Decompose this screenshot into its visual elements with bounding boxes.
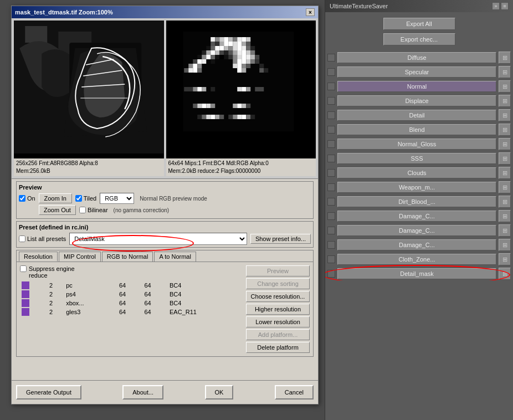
- svg-rect-34: [233, 46, 237, 50]
- svg-rect-68: [211, 59, 215, 64]
- uts-checkbox-0[interactable]: [327, 54, 335, 62]
- svg-rect-55: [215, 55, 219, 59]
- uts-icon-button-1[interactable]: ⊞: [499, 66, 511, 78]
- uts-checkbox-15[interactable]: [327, 270, 335, 278]
- uts-checkbox-6[interactable]: [327, 140, 335, 148]
- uts-icon-button-9[interactable]: ⊞: [499, 181, 511, 193]
- tab-a-to-normal[interactable]: A to Normal: [154, 252, 196, 262]
- uts-checkbox-10[interactable]: [327, 198, 335, 206]
- uts-icon-button-15[interactable]: ⊞: [499, 268, 511, 280]
- right-image-panel: [166, 21, 316, 158]
- delete-platform-button[interactable]: Delete platform: [246, 342, 310, 353]
- uts-icon-button-12[interactable]: ⊞: [499, 224, 511, 237]
- uts-checkbox-5[interactable]: [327, 126, 335, 134]
- uts-icon-button-10[interactable]: ⊞: [499, 196, 511, 208]
- close-button[interactable]: ×: [306, 8, 315, 16]
- preset-row: List all presets DetailMask Show preset …: [19, 233, 311, 245]
- uts-checkbox-7[interactable]: [327, 155, 335, 162]
- list-all-label[interactable]: List all presets: [19, 235, 66, 242]
- uts-checkbox-2[interactable]: [327, 83, 335, 90]
- bilinear-checkbox[interactable]: [79, 207, 86, 213]
- export-checked-button[interactable]: Export chec...: [383, 33, 455, 45]
- tab-rgb-to-normal[interactable]: RGB to Normal: [102, 252, 153, 262]
- uts-checkbox-13[interactable]: [327, 241, 335, 249]
- uts-item-button-1[interactable]: Specular: [337, 66, 496, 78]
- uts-icon-button-2[interactable]: ⊞: [499, 80, 511, 93]
- uts-items: Diffuse ⊞ Specular ⊞ Normal ⊞ Displace ⊞…: [325, 51, 513, 280]
- uts-icon-button-0[interactable]: ⊞: [499, 52, 511, 64]
- preset-dropdown[interactable]: DetailMask: [69, 233, 247, 245]
- about-button[interactable]: About...: [122, 385, 163, 399]
- uts-icon-button-6[interactable]: ⊞: [499, 138, 511, 150]
- zoom-out-button[interactable]: Zoom Out: [39, 205, 76, 215]
- tab-mip-control[interactable]: MIP Control: [59, 252, 101, 262]
- uts-icon-button-5[interactable]: ⊞: [499, 124, 511, 136]
- on-checkbox[interactable]: [19, 195, 25, 202]
- uts-item-button-15[interactable]: Detail_mask: [337, 268, 496, 279]
- uts-icon-button-14[interactable]: ⊞: [499, 253, 511, 265]
- svg-rect-107: [242, 104, 246, 108]
- bilinear-checkbox-label[interactable]: Bilinear: [79, 207, 108, 213]
- uts-expand-button[interactable]: »: [492, 2, 500, 10]
- choose-resolution-button[interactable]: Choose resolution...: [246, 291, 310, 302]
- uts-item-button-9[interactable]: Weapon_m...: [337, 182, 496, 193]
- uts-title: UltimateTextureSaver » ≡: [325, 0, 513, 12]
- uts-icon-button-11[interactable]: ⊞: [499, 210, 511, 222]
- uts-icon-button-4[interactable]: ⊞: [499, 109, 511, 121]
- lower-resolution-button[interactable]: Lower resolution: [246, 316, 310, 327]
- uts-checkbox-11[interactable]: [327, 212, 335, 220]
- uts-item-normal-gloss: Normal_Gloss ⊞: [327, 137, 511, 151]
- uts-item-button-11[interactable]: Damage_C...: [337, 211, 496, 222]
- uts-checkbox-14[interactable]: [327, 255, 335, 263]
- uts-item-clouds: Clouds ⊞: [327, 166, 511, 180]
- uts-icon-button-8[interactable]: ⊞: [499, 167, 511, 179]
- uts-item-button-2[interactable]: Normal: [337, 81, 496, 92]
- cancel-button[interactable]: Cancel: [275, 385, 314, 399]
- uts-icon-button-3[interactable]: ⊞: [499, 95, 511, 107]
- on-checkbox-label[interactable]: On: [19, 195, 35, 202]
- uts-item-button-10[interactable]: Dirt_Blood_...: [337, 196, 496, 207]
- uts-menu-button[interactable]: ≡: [501, 2, 509, 10]
- list-all-checkbox[interactable]: [19, 235, 25, 242]
- tiled-checkbox-label[interactable]: Tiled: [75, 195, 96, 202]
- tab-resolution[interactable]: Resolution: [19, 252, 58, 262]
- uts-item-button-6[interactable]: Normal_Gloss: [337, 139, 496, 150]
- svg-rect-89: [259, 68, 264, 73]
- uts-item-button-0[interactable]: Diffuse: [337, 52, 496, 63]
- zoom-in-button[interactable]: Zoom In: [39, 193, 72, 203]
- tiled-checkbox[interactable]: [75, 195, 82, 202]
- suppress-checkbox[interactable]: [20, 265, 27, 272]
- uts-icon-button-7[interactable]: ⊞: [499, 152, 511, 165]
- uts-item-button-8[interactable]: Clouds: [337, 167, 496, 178]
- platform-mip-1: 2: [48, 290, 64, 299]
- uts-checkbox-12[interactable]: [327, 227, 335, 234]
- uts-item-button-3[interactable]: Displace: [337, 95, 496, 106]
- uts-item-button-13[interactable]: Damage_C...: [337, 239, 496, 250]
- uts-item-button-12[interactable]: Damage_C...: [337, 225, 496, 236]
- rgb-select[interactable]: RGB RGBA Alpha R G B: [100, 193, 134, 204]
- export-all-button[interactable]: Export All: [383, 18, 455, 30]
- uts-checkbox-1[interactable]: [327, 68, 335, 76]
- uts-checkbox-3[interactable]: [327, 97, 335, 105]
- uts-checkbox-9[interactable]: [327, 183, 335, 191]
- svg-rect-48: [242, 50, 246, 55]
- uts-item-normal: Normal ⊞: [327, 80, 511, 93]
- change-sorting-button[interactable]: Change sorting: [246, 278, 310, 289]
- uts-item-button-7[interactable]: SSS: [337, 153, 496, 164]
- generate-output-button[interactable]: Generate Output: [16, 385, 81, 399]
- uts-item-button-14[interactable]: Cloth_Zone...: [337, 254, 496, 265]
- preview-button[interactable]: Preview: [246, 265, 310, 276]
- uts-item-button-5[interactable]: Blend: [337, 124, 496, 135]
- ok-button[interactable]: OK: [205, 385, 234, 399]
- higher-resolution-button[interactable]: Higher resolution: [246, 304, 310, 315]
- platform-w-3: 64: [117, 308, 143, 316]
- svg-rect-73: [250, 59, 255, 64]
- uts-checkbox-4[interactable]: [327, 111, 335, 119]
- uts-icon-button-13[interactable]: ⊞: [499, 239, 511, 251]
- uts-item-button-4[interactable]: Detail: [337, 110, 496, 121]
- add-platform-button[interactable]: Add platform...: [246, 329, 310, 340]
- uts-list: Diffuse ⊞ Specular ⊞ Normal ⊞ Displace ⊞…: [325, 51, 513, 280]
- uts-checkbox-8[interactable]: [327, 169, 335, 177]
- svg-rect-84: [188, 68, 193, 73]
- show-preset-info-button[interactable]: Show preset info...: [250, 234, 311, 244]
